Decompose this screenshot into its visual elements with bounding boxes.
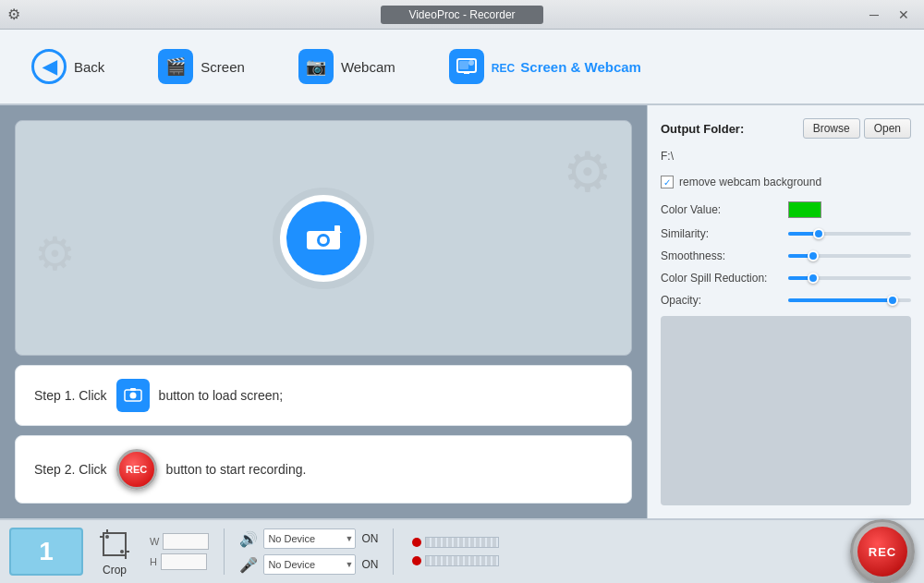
height-label: H bbox=[150, 556, 157, 567]
right-panel: Output Folder: Browse Open F:\ ✓ remove … bbox=[647, 105, 924, 518]
open-button[interactable]: Open bbox=[864, 118, 911, 139]
smoothness-label: Smoothness: bbox=[661, 249, 781, 262]
step2-box: Step 2. Click REC button to start record… bbox=[15, 435, 632, 504]
speaker-row: 🔊 No Device ▼ ON bbox=[239, 528, 378, 549]
height-input[interactable] bbox=[161, 553, 207, 570]
audio-section: 🔊 No Device ▼ ON 🎤 No Device ▼ ON bbox=[239, 528, 378, 575]
title-bar: ⚙ VideoProc - Recorder ─ ✕ bbox=[0, 0, 924, 30]
crop-icon bbox=[98, 528, 131, 561]
color-swatch[interactable] bbox=[788, 201, 821, 218]
watermark-gears: ⚙ bbox=[563, 140, 613, 204]
screen-webcam-label: REC Screen & Webcam bbox=[492, 59, 641, 75]
rec-button[interactable]: REC bbox=[850, 519, 915, 583]
indicator-row-2 bbox=[412, 555, 499, 566]
preview-area: ⚙ ⚙ bbox=[15, 120, 632, 356]
indicator-row-1 bbox=[412, 537, 499, 548]
toolbar: ◀ Back 🎬 Screen 📷 Webcam REC Screen & We… bbox=[0, 30, 924, 105]
screen-icon: 🎬 bbox=[158, 49, 193, 84]
speaker-on-button[interactable]: ON bbox=[361, 532, 378, 545]
main-content: ⚙ ⚙ Step 1. Click bbox=[0, 105, 924, 518]
step1-box: Step 1. Click button to load screen; bbox=[15, 365, 632, 426]
output-path: F:\ bbox=[661, 150, 911, 163]
step1-text: button to load screen; bbox=[159, 388, 284, 403]
width-row: W bbox=[150, 533, 209, 550]
step1-icon bbox=[116, 379, 150, 412]
mic-icon: 🎤 bbox=[239, 556, 258, 574]
red-dot-2 bbox=[412, 556, 421, 565]
svg-rect-11 bbox=[130, 388, 136, 391]
speaker-select[interactable]: No Device bbox=[263, 528, 356, 549]
remove-bg-checkbox[interactable]: ✓ bbox=[661, 176, 674, 188]
crop-button[interactable]: Crop bbox=[91, 524, 139, 580]
screen-label: Screen bbox=[201, 59, 245, 75]
settings-rows: Color Value: Similarity: Smoothness: bbox=[661, 201, 911, 307]
step2-prefix: Step 2. Click bbox=[34, 462, 107, 477]
minimize-button[interactable]: ─ bbox=[861, 5, 887, 25]
webcam-icon: 📷 bbox=[298, 49, 334, 84]
color-value-label: Color Value: bbox=[661, 203, 781, 216]
step2-rec-icon: REC bbox=[116, 449, 157, 490]
speaker-select-wrapper: No Device ▼ bbox=[263, 528, 356, 549]
mic-row: 🎤 No Device ▼ ON bbox=[239, 554, 378, 575]
smoothness-row: Smoothness: bbox=[661, 249, 911, 262]
webcam-button[interactable]: 📷 Webcam bbox=[286, 42, 408, 91]
crop-label: Crop bbox=[103, 564, 127, 577]
similarity-label: Similarity: bbox=[661, 227, 781, 240]
color-value-row: Color Value: bbox=[661, 201, 911, 218]
level-indicators bbox=[412, 537, 499, 566]
opacity-slider[interactable] bbox=[788, 298, 911, 302]
output-folder-row: Output Folder: Browse Open bbox=[661, 118, 911, 139]
screen-button[interactable]: 🎬 Screen bbox=[145, 42, 258, 91]
opacity-row: Opacity: bbox=[661, 294, 911, 307]
svg-rect-1 bbox=[464, 72, 469, 74]
svg-rect-8 bbox=[334, 225, 340, 233]
smoothness-slider[interactable] bbox=[788, 254, 911, 258]
folder-buttons: Browse Open bbox=[803, 118, 911, 139]
screen-number: 1 bbox=[9, 528, 83, 576]
color-spill-slider[interactable] bbox=[788, 276, 911, 280]
watermark-gears2: ⚙ bbox=[34, 227, 76, 281]
svg-rect-3 bbox=[459, 61, 468, 69]
similarity-row: Similarity: bbox=[661, 227, 911, 240]
back-icon: ◀ bbox=[31, 49, 67, 84]
webcam-label: Webcam bbox=[341, 59, 395, 75]
settings-icon[interactable]: ⚙ bbox=[7, 6, 20, 23]
camera-preview bbox=[16, 121, 631, 355]
step1-prefix: Step 1. Click bbox=[34, 388, 107, 403]
screen-webcam-icon bbox=[449, 49, 484, 84]
camera-icon bbox=[286, 201, 360, 275]
dimensions-box: W H bbox=[150, 533, 209, 570]
mic-on-button[interactable]: ON bbox=[361, 558, 378, 571]
screen-webcam-button[interactable]: REC Screen & Webcam bbox=[436, 42, 654, 91]
red-dot-1 bbox=[412, 538, 421, 547]
color-spill-row: Color Spill Reduction: bbox=[661, 272, 911, 285]
remove-bg-label: remove webcam background bbox=[679, 176, 821, 188]
mic-select[interactable]: No Device bbox=[263, 554, 356, 575]
back-button[interactable]: ◀ Back bbox=[18, 42, 117, 91]
speaker-icon: 🔊 bbox=[239, 530, 258, 548]
bottom-bar: 1 Crop W H 🔊 No Device bbox=[0, 518, 924, 583]
svg-point-2 bbox=[468, 60, 474, 66]
left-panel: ⚙ ⚙ Step 1. Click bbox=[0, 105, 647, 518]
mic-select-wrapper: No Device ▼ bbox=[263, 554, 356, 575]
step2-text: button to start recording. bbox=[166, 462, 307, 477]
rec-label: REC bbox=[857, 527, 907, 577]
close-button[interactable]: ✕ bbox=[891, 5, 917, 25]
color-spill-label: Color Spill Reduction: bbox=[661, 272, 781, 285]
svg-point-18 bbox=[120, 550, 124, 553]
width-input[interactable] bbox=[163, 533, 209, 550]
level-bar-2 bbox=[425, 555, 499, 566]
app-title: VideoProc - Recorder bbox=[381, 6, 542, 24]
height-row: H bbox=[150, 553, 209, 570]
opacity-label: Opacity: bbox=[661, 294, 781, 307]
output-folder-label: Output Folder: bbox=[661, 122, 744, 136]
camera-circle-outer bbox=[273, 188, 374, 289]
gray-area bbox=[661, 316, 911, 505]
level-bar-1 bbox=[425, 537, 499, 548]
window-controls: ─ ✕ bbox=[861, 5, 917, 25]
svg-point-17 bbox=[105, 535, 109, 539]
svg-point-10 bbox=[129, 393, 136, 399]
separator2 bbox=[393, 528, 394, 575]
browse-button[interactable]: Browse bbox=[803, 118, 860, 139]
similarity-slider[interactable] bbox=[788, 232, 911, 236]
